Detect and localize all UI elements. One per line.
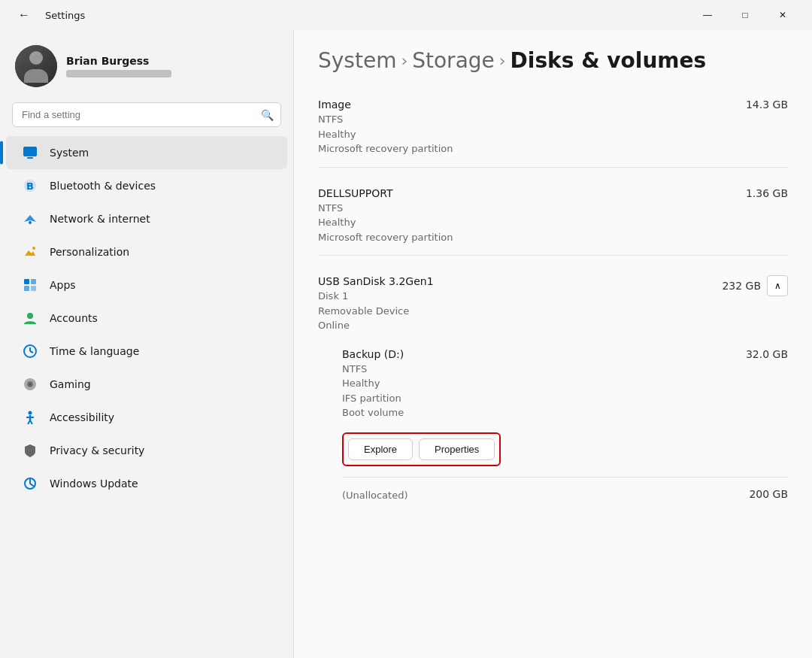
unallocated-header: (Unallocated) 200 GB xyxy=(342,488,788,503)
partition-image-size: 14.3 GB xyxy=(746,99,788,111)
sidebar-item-time[interactable]: Time & language xyxy=(6,335,287,368)
breadcrumb-storage: Storage xyxy=(412,48,495,73)
sidebar-item-personalization-label: Personalization xyxy=(50,246,129,258)
partition-dellsupport-health: Healthy xyxy=(318,217,356,228)
avatar-image xyxy=(15,45,57,87)
sidebar-item-accessibility-label: Accessibility xyxy=(50,411,114,423)
collapse-button[interactable]: ∧ xyxy=(767,275,788,296)
properties-button[interactable]: Properties xyxy=(419,438,495,460)
close-button[interactable]: ✕ xyxy=(765,3,800,27)
sidebar-item-accounts[interactable]: Accounts xyxy=(6,302,287,335)
sidebar-item-gaming[interactable]: Gaming xyxy=(6,368,287,401)
sidebar-item-bluetooth[interactable]: B Bluetooth & devices xyxy=(6,169,287,202)
sidebar-item-network[interactable]: Network & internet xyxy=(6,202,287,235)
unallocated-section: (Unallocated) 200 GB xyxy=(342,481,788,511)
action-buttons-container: Explore Properties xyxy=(342,432,788,466)
search-input[interactable] xyxy=(12,102,281,127)
system-icon xyxy=(21,144,39,162)
svg-rect-9 xyxy=(31,286,36,291)
main-content: Brian Burgess 🔍 System xyxy=(0,30,812,658)
svg-text:B: B xyxy=(26,180,34,192)
unallocated-size: 200 GB xyxy=(749,488,788,500)
sub-volume-backup-health: Healthy xyxy=(342,378,380,389)
user-section: Brian Burgess xyxy=(0,36,293,102)
accessibility-icon xyxy=(21,408,39,426)
bluetooth-icon: B xyxy=(21,177,39,195)
partition-dellsupport-meta: NTFS Healthy Microsoft recovery partitio… xyxy=(318,201,728,245)
sidebar-item-privacy[interactable]: Privacy & security xyxy=(6,434,287,467)
breadcrumb-system: System xyxy=(318,48,396,73)
update-icon xyxy=(21,475,39,493)
sidebar-item-privacy-label: Privacy & security xyxy=(50,444,144,456)
user-info: Brian Burgess xyxy=(66,55,278,77)
minimize-button[interactable]: — xyxy=(690,3,725,27)
usb-disk-header: USB SanDisk 3.2Gen1 Disk 1 Removable Dev… xyxy=(318,268,788,341)
sub-volume-backup-size: 32.0 GB xyxy=(746,348,788,360)
explore-button[interactable]: Explore xyxy=(348,438,413,460)
sidebar-item-update[interactable]: Windows Update xyxy=(6,467,287,500)
sub-volume-backup: Backup (D:) NTFS Healthy IFS partition B… xyxy=(342,341,788,474)
disk-entry-dellsupport: DELLSUPPORT NTFS Healthy Microsoft recov… xyxy=(318,180,788,253)
privacy-icon xyxy=(21,441,39,459)
personalization-icon xyxy=(21,243,39,261)
network-icon xyxy=(21,210,39,228)
breadcrumb-sep-1: › xyxy=(401,51,408,70)
usb-disk-size: 232 GB ∧ xyxy=(722,275,788,296)
svg-point-17 xyxy=(29,411,32,415)
breadcrumb: System › Storage › Disks & volumes xyxy=(318,48,788,73)
svg-rect-1 xyxy=(27,157,33,159)
sub-volume-backup-parttype: IFS partition xyxy=(342,393,401,404)
sidebar-nav: System B Bluetooth & devices xyxy=(0,136,293,500)
partition-image-meta: NTFS Healthy Microsoft recovery partitio… xyxy=(318,112,728,156)
disk-entry-image: Image NTFS Healthy Microsoft recovery pa… xyxy=(318,91,788,164)
action-buttons-highlight: Explore Properties xyxy=(342,432,501,466)
usb-disk-label: Disk 1 xyxy=(318,290,348,302)
search-icon: 🔍 xyxy=(261,109,274,121)
sidebar-item-system[interactable]: System xyxy=(6,136,287,169)
partition-dellsupport-name: DELLSUPPORT xyxy=(318,187,728,199)
usb-disk-meta: Disk 1 Removable Device Online xyxy=(318,289,704,333)
right-panel: System › Storage › Disks & volumes Image… xyxy=(293,30,812,658)
time-icon xyxy=(21,342,39,360)
gaming-icon xyxy=(21,375,39,393)
partition-dellsupport: DELLSUPPORT NTFS Healthy Microsoft recov… xyxy=(318,180,788,256)
svg-rect-8 xyxy=(24,286,29,291)
title-bar: ← Settings — □ ✕ xyxy=(0,0,812,30)
sidebar-item-update-label: Windows Update xyxy=(50,478,138,490)
sub-volume-backup-name: Backup (D:) xyxy=(342,348,404,360)
usb-disk-device-type: Removable Device xyxy=(318,305,409,317)
sidebar-item-personalization[interactable]: Personalization xyxy=(6,235,287,268)
partition-image-type: Microsoft recovery partition xyxy=(318,143,453,154)
search-box: 🔍 xyxy=(12,102,281,127)
sub-volume-backup-header: Backup (D:) NTFS Healthy IFS partition B… xyxy=(342,348,788,420)
sidebar-item-gaming-label: Gaming xyxy=(50,378,91,390)
apps-icon xyxy=(21,276,39,294)
avatar xyxy=(15,45,57,87)
partition-dellsupport-size: 1.36 GB xyxy=(746,187,788,199)
sub-volume-backup-meta: NTFS Healthy IFS partition Boot volume xyxy=(342,362,404,420)
sidebar-item-accessibility[interactable]: Accessibility xyxy=(6,401,287,434)
svg-rect-6 xyxy=(24,279,29,284)
partition-image: Image NTFS Healthy Microsoft recovery pa… xyxy=(318,91,788,168)
breadcrumb-current: Disks & volumes xyxy=(511,48,707,73)
user-email xyxy=(66,70,171,77)
window-controls: — □ ✕ xyxy=(690,3,800,27)
maximize-button[interactable]: □ xyxy=(728,3,762,27)
back-button[interactable]: ← xyxy=(12,3,36,27)
svg-point-5 xyxy=(32,247,35,250)
usb-disk-name: USB SanDisk 3.2Gen1 xyxy=(318,275,704,287)
sidebar-item-system-label: System xyxy=(50,147,89,159)
svg-point-4 xyxy=(29,221,32,224)
partition-image-health: Healthy xyxy=(318,129,356,140)
user-name: Brian Burgess xyxy=(66,55,278,67)
sidebar-item-apps[interactable]: Apps xyxy=(6,268,287,302)
sidebar-item-apps-label: Apps xyxy=(50,279,76,291)
partition-image-name: Image xyxy=(318,99,728,111)
sidebar: Brian Burgess 🔍 System xyxy=(0,30,293,658)
app-title: Settings xyxy=(45,10,85,21)
partition-image-fs: NTFS xyxy=(318,114,343,125)
svg-line-13 xyxy=(30,351,33,353)
breadcrumb-sep-2: › xyxy=(499,51,506,70)
partition-dellsupport-type: Microsoft recovery partition xyxy=(318,232,453,243)
svg-rect-7 xyxy=(31,279,36,284)
